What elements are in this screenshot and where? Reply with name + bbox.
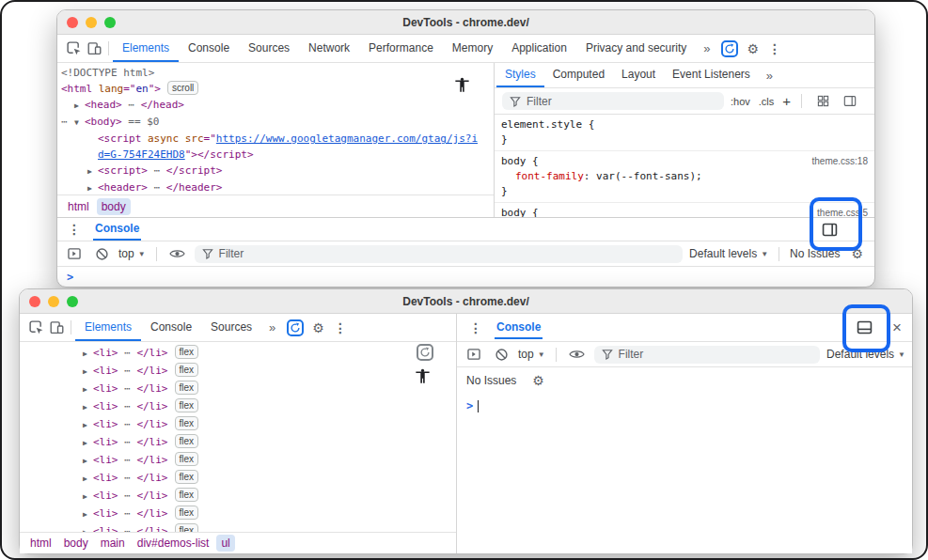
tab-console[interactable]: Console — [141, 314, 201, 341]
dom-tree-row[interactable]: ▶<li> ⋯ </li>flex — [20, 434, 456, 452]
dock-to-right-icon[interactable] — [819, 219, 840, 240]
console-filter-input[interactable] — [619, 348, 812, 361]
breadcrumb-body[interactable]: body — [97, 198, 131, 215]
styles-tab-event-listeners[interactable]: Event Listeners — [664, 64, 759, 87]
expander-icon[interactable]: ▶ — [87, 163, 98, 179]
expander-icon[interactable]: ▶ — [83, 489, 93, 506]
flex-badge[interactable]: flex — [175, 434, 199, 448]
styles-button-new-rule[interactable]: + — [782, 94, 791, 108]
dom-tree-row[interactable]: ▶<li> ⋯ </li>flex — [20, 488, 456, 506]
device-toolbar-icon[interactable] — [84, 39, 104, 59]
expander-icon[interactable]: ▶ — [83, 399, 93, 416]
breadcrumb-html[interactable]: html — [63, 198, 94, 215]
dom-tree-row[interactable]: ▶<li> ⋯ </li>flex — [20, 470, 456, 488]
expander-icon[interactable]: ▶ — [83, 524, 93, 532]
flex-badge[interactable]: flex — [175, 488, 199, 502]
dom-tree-row[interactable]: <html lang="en">scroll — [57, 81, 494, 97]
tab-sources[interactable]: Sources — [201, 314, 261, 341]
expander-icon[interactable]: ▶ — [83, 346, 93, 363]
titlebar[interactable]: DevTools - chrome.dev/ — [20, 289, 912, 314]
tab-console[interactable]: Console — [179, 35, 239, 62]
eye-icon[interactable] — [167, 243, 188, 264]
zoom-window-button[interactable] — [67, 296, 78, 307]
console-filter-input[interactable] — [219, 247, 676, 260]
titlebar[interactable]: DevTools - chrome.dev/ — [57, 10, 874, 35]
expander-icon[interactable]: ▶ — [83, 471, 93, 488]
console-settings-gear-icon[interactable]: ⚙ — [527, 374, 549, 387]
clear-console-icon[interactable] — [91, 243, 112, 264]
flex-badge[interactable]: flex — [175, 506, 199, 520]
expander-icon[interactable]: ▶ — [83, 453, 93, 470]
breadcrumb-ul[interactable]: ul — [216, 535, 234, 552]
settings-gear-icon[interactable]: ⚙ — [307, 321, 329, 334]
close-window-button[interactable] — [67, 17, 78, 28]
breadcrumb-html[interactable]: html — [25, 535, 56, 552]
flex-badge[interactable]: flex — [175, 416, 199, 430]
clear-console-icon[interactable] — [491, 344, 511, 365]
rule-selector[interactable]: body { — [501, 206, 539, 217]
rule-selector[interactable]: element.style { — [501, 117, 594, 132]
more-actions-icon[interactable]: ⋯ — [61, 114, 74, 130]
flex-badge[interactable]: flex — [175, 345, 199, 359]
flex-badge[interactable]: flex — [175, 398, 199, 412]
tab-memory[interactable]: Memory — [443, 35, 502, 62]
computed-sidebar-icon[interactable] — [840, 91, 860, 112]
expander-icon[interactable]: ▶ — [83, 435, 93, 452]
console-prompt-row[interactable]: > — [457, 394, 912, 418]
tab-network[interactable]: Network — [299, 35, 359, 62]
tab-elements[interactable]: Elements — [113, 35, 179, 62]
recorder-replay-icon[interactable] — [287, 319, 304, 336]
console-sidebar-icon[interactable] — [464, 344, 484, 365]
log-levels-dropdown[interactable]: Default levels▼ — [826, 348, 905, 361]
settings-gear-icon[interactable]: ⚙ — [742, 42, 763, 55]
dom-tree-row[interactable]: ▶<li> ⋯ </li>flex — [20, 381, 456, 398]
tab-sources[interactable]: Sources — [239, 35, 299, 62]
styles-button-hov[interactable]: :hov — [731, 96, 750, 107]
rule-source-link[interactable]: theme.css:18 — [805, 154, 868, 169]
tab-privacy-and-security[interactable]: Privacy and security — [576, 35, 696, 62]
styles-tab-styles[interactable]: Styles — [496, 64, 544, 87]
expander-icon[interactable]: ▶ — [87, 180, 98, 194]
close-window-button[interactable] — [29, 296, 40, 307]
dom-tree-row[interactable]: ▶<li> ⋯ </li>flex — [20, 452, 456, 470]
more-tabs-icon[interactable]: » — [759, 69, 780, 83]
styles-button-cls[interactable]: .cls — [759, 96, 775, 107]
dom-tree-row[interactable]: ▶<li> ⋯ </li>flex — [20, 363, 456, 381]
close-devtools-icon[interactable]: × — [889, 319, 904, 335]
accessibility-icon[interactable] — [414, 367, 432, 388]
reload-badge-icon[interactable] — [417, 344, 433, 361]
breadcrumb-main[interactable]: main — [96, 535, 130, 552]
minimize-window-button[interactable] — [86, 17, 97, 28]
accessibility-icon[interactable] — [453, 76, 471, 98]
dom-tree-row[interactable]: <!DOCTYPE html> — [57, 65, 494, 81]
log-levels-dropdown[interactable]: Default levels▼ — [689, 247, 768, 260]
dom-tree-row[interactable]: ▶<li> ⋯ </li>flex — [20, 523, 456, 532]
tab-elements[interactable]: Elements — [75, 314, 141, 341]
dom-tree-row[interactable]: <script async src="https://www.googletag… — [57, 131, 494, 147]
console-prompt[interactable]: > — [466, 399, 473, 412]
expander-icon[interactable]: ▼ — [74, 115, 85, 131]
tab-performance[interactable]: Performance — [359, 35, 443, 62]
rule-selector[interactable]: body { — [501, 154, 539, 169]
dom-tree-row[interactable]: ⋯▼<body> == $0 — [57, 114, 494, 131]
console-prompt[interactable]: > — [67, 271, 73, 284]
device-toolbar-icon[interactable] — [46, 318, 67, 338]
expander-icon[interactable]: ▶ — [83, 364, 93, 381]
inspect-icon[interactable] — [63, 39, 84, 59]
expander-icon[interactable]: ▶ — [74, 98, 85, 114]
expander-icon[interactable]: ▶ — [83, 381, 93, 398]
flex-badge[interactable]: flex — [175, 470, 199, 484]
dock-to-bottom-icon[interactable] — [854, 318, 874, 338]
console-context-selector[interactable]: top▼ — [118, 247, 146, 260]
styles-tab-layout[interactable]: Layout — [613, 64, 664, 87]
dom-tree-row[interactable]: ▶<li> ⋯ </li>flex — [20, 506, 456, 523]
console-settings-gear-icon[interactable]: ⚙ — [846, 247, 868, 260]
breadcrumb-div-demos-list[interactable]: div#demos-list — [133, 535, 214, 552]
recorder-replay-icon[interactable] — [721, 40, 738, 57]
expander-icon[interactable]: ▶ — [83, 506, 93, 523]
flex-badge[interactable]: flex — [175, 523, 199, 532]
dom-tree-row[interactable]: ▶<li> ⋯ </li>flex — [20, 398, 456, 416]
dom-tree-row[interactable]: ▶<head> ⋯ </head> — [57, 97, 494, 114]
flex-badge[interactable]: flex — [175, 381, 199, 395]
breadcrumb-body[interactable]: body — [59, 535, 93, 552]
